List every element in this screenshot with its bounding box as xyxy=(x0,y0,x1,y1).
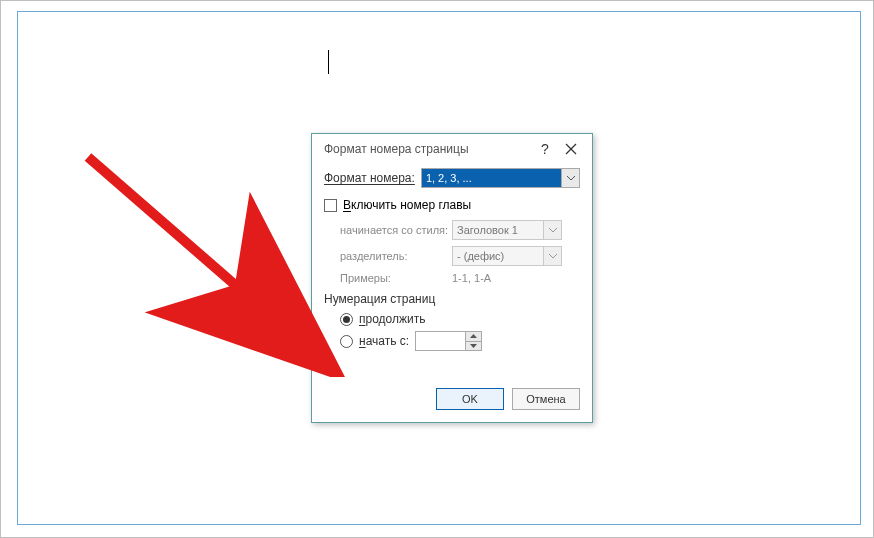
include-chapter-checkbox-row: Включить номер главы xyxy=(324,198,580,212)
cancel-button[interactable]: Отмена xyxy=(512,388,580,410)
start-at-input[interactable] xyxy=(415,331,465,351)
number-format-label: Формат номера: xyxy=(324,171,415,185)
starts-with-style-combo: Заголовок 1 xyxy=(452,220,562,240)
separator-combo: - (дефис) xyxy=(452,246,562,266)
examples-value: 1-1, 1-A xyxy=(452,272,491,284)
chapter-options: начинается со стиля: Заголовок 1 раздели… xyxy=(324,220,580,284)
help-button[interactable]: ? xyxy=(532,137,558,161)
separator-value: - (дефис) xyxy=(453,247,543,265)
examples-label: Примеры: xyxy=(340,272,452,284)
chevron-down-icon xyxy=(543,247,561,265)
include-chapter-checkbox[interactable] xyxy=(324,199,337,212)
start-at-spinner[interactable] xyxy=(415,331,482,351)
continue-label: продолжить xyxy=(359,312,425,326)
document-page: Формат номера страницы ? Формат номера: … xyxy=(17,11,861,525)
number-format-value: 1, 2, 3, ... xyxy=(422,169,561,187)
text-cursor xyxy=(328,50,329,74)
close-button[interactable] xyxy=(558,137,584,161)
page-numbering-options: продолжить начать с: xyxy=(324,312,580,351)
spin-down[interactable] xyxy=(466,342,481,351)
starts-with-style-label: начинается со стиля: xyxy=(340,224,452,236)
page-number-format-dialog: Формат номера страницы ? Формат номера: … xyxy=(311,133,593,423)
dialog-titlebar: Формат номера страницы ? xyxy=(312,134,592,164)
chevron-down-icon[interactable] xyxy=(561,169,579,187)
number-format-combo[interactable]: 1, 2, 3, ... xyxy=(421,168,580,188)
starts-with-style-value: Заголовок 1 xyxy=(453,221,543,239)
continue-radio[interactable] xyxy=(340,313,353,326)
dialog-button-bar: OK Отмена xyxy=(312,388,592,422)
start-at-label: начать с: xyxy=(359,334,409,348)
dialog-title: Формат номера страницы xyxy=(320,142,532,156)
separator-label: разделитель: xyxy=(340,250,452,262)
svg-line-2 xyxy=(88,157,318,357)
start-at-radio[interactable] xyxy=(340,335,353,348)
spin-up[interactable] xyxy=(466,332,481,342)
include-chapter-label: Включить номер главы xyxy=(343,198,471,212)
chevron-down-icon xyxy=(543,221,561,239)
ok-button[interactable]: OK xyxy=(436,388,504,410)
annotation-arrow xyxy=(78,147,348,377)
page-numbering-group-label: Нумерация страниц xyxy=(324,292,580,306)
document-window: Формат номера страницы ? Формат номера: … xyxy=(0,0,874,538)
